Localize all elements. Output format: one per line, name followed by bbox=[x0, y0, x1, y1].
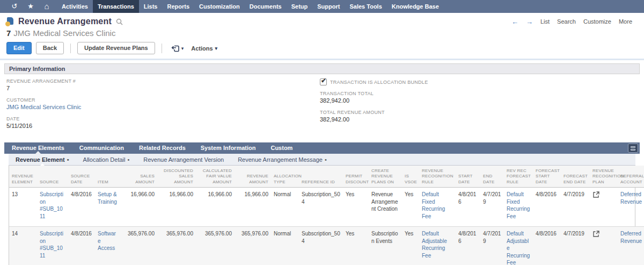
column-header-create-revenue-plans-on: CREATE REVENUE PLANS ON bbox=[369, 166, 402, 188]
external-link-icon[interactable] bbox=[592, 191, 600, 198]
search-link[interactable]: Search bbox=[557, 18, 576, 25]
tab-communication[interactable]: Communication bbox=[72, 142, 131, 154]
actions-dropdown[interactable]: Actions ▾ bbox=[191, 45, 217, 52]
cell-link[interactable]: Setup & Training bbox=[98, 191, 117, 205]
subtab-bullet: • bbox=[67, 156, 69, 163]
cell-link[interactable]: Subscription #SUB_1011 bbox=[40, 231, 63, 259]
nav-item-transactions[interactable]: Transactions bbox=[93, 0, 139, 13]
cell-item: Setup & Training bbox=[95, 188, 121, 227]
subtab-label: Revenue Element bbox=[16, 156, 65, 163]
external-link-icon[interactable] bbox=[592, 230, 600, 238]
cell-create-revenue-plans-on: Revenue Arrangement Creation bbox=[369, 188, 402, 227]
column-header-source-date: SOURCE DATE bbox=[68, 166, 95, 188]
column-header-forecast-end-date: FORECAST END DATE bbox=[561, 166, 590, 188]
primary-information-section: Primary Information REVENUE ARRANGEMENT … bbox=[4, 63, 640, 140]
field-transaction-total: TRANSACTION TOTAL 382,942.00 bbox=[320, 91, 638, 104]
subtab-label: Revenue Arrangement Message bbox=[238, 156, 323, 163]
home-icon[interactable]: ⌂ bbox=[40, 0, 54, 13]
field-label: CUSTOMER bbox=[6, 97, 320, 103]
column-header-allocation-type: ALLOCATION TYPE bbox=[271, 166, 299, 188]
revenue-elements-table: REVENUE ELEMENTSOURCESOURCE DATEITEMSALE… bbox=[9, 166, 644, 265]
nav-item-setup[interactable]: Setup bbox=[287, 0, 313, 13]
back-arrow-icon[interactable]: ← bbox=[511, 18, 518, 26]
nav-item-customization[interactable]: Customization bbox=[194, 0, 245, 13]
back-button[interactable]: Back bbox=[36, 42, 64, 54]
cell-allocation-type: Normal bbox=[271, 227, 299, 265]
nav-item-reports[interactable]: Reports bbox=[162, 0, 194, 13]
nav-item-lists[interactable]: Lists bbox=[139, 0, 163, 13]
subtab-revenue-arrangement-message[interactable]: Revenue Arrangement Message• bbox=[231, 154, 334, 165]
cell-revenue-recognition-rule: Default Fixed Recurring Fee bbox=[419, 188, 456, 227]
cell-link[interactable]: Software Access bbox=[98, 231, 116, 251]
cell-rev-rec-forecast-rule: Default Adjustable Recurring Fee bbox=[504, 227, 533, 265]
cell-link[interactable]: Default Adjustable Recurring Fee bbox=[507, 231, 530, 265]
cell-is-vsoe: Yes bbox=[402, 188, 419, 227]
customer-link[interactable]: JMG Medical Services Clinic bbox=[6, 104, 320, 110]
shortcuts-star-icon[interactable]: ★ bbox=[24, 0, 38, 13]
cell-deferral-account: Deferred Revenue bbox=[618, 227, 644, 265]
tab-custom[interactable]: Custom bbox=[263, 142, 300, 154]
cell-permit-discount: Yes bbox=[343, 227, 369, 265]
field-label: TOTAL REVENUE AMOUNT bbox=[320, 110, 638, 115]
column-header-revenue-recognition-rule: REVENUE RECOGNITION RULE bbox=[419, 166, 456, 188]
cell-link[interactable]: Default Fixed Recurring Fee bbox=[507, 191, 530, 219]
cell-link[interactable]: Subscription #SUB_1011 bbox=[40, 191, 63, 219]
cell-start-date: 4/8/2016 bbox=[456, 227, 480, 265]
update-revenue-plans-button[interactable]: Update Revenue Plans bbox=[77, 42, 155, 54]
nav-item-knowledge-base[interactable]: Knowledge Base bbox=[387, 0, 444, 13]
subtab-revenue-element[interactable]: Revenue Element• bbox=[9, 154, 76, 165]
cell-revenue-amount: 16,966.00 bbox=[235, 188, 271, 227]
column-header-source: SOURCE bbox=[37, 166, 68, 188]
tab-revenue-elements[interactable]: Revenue Elements bbox=[4, 142, 72, 154]
customize-link[interactable]: Customize bbox=[583, 18, 611, 25]
tab-system-information[interactable]: System Information bbox=[193, 142, 264, 154]
subtab-label: Revenue Arrangement Version bbox=[143, 156, 224, 163]
table-row: 13Subscription #SUB_10114/8/2016Setup & … bbox=[9, 188, 644, 227]
more-link[interactable]: More bbox=[619, 18, 632, 25]
record-title: 7JMG Medical Services Clinic bbox=[0, 27, 644, 40]
cell-link[interactable]: Deferred Revenue bbox=[620, 191, 642, 205]
nav-item-support[interactable]: Support bbox=[312, 0, 345, 13]
cell-end-date: 4/7/2019 bbox=[480, 227, 504, 265]
record-name: JMG Medical Services Clinic bbox=[13, 28, 115, 38]
revenue-elements-table-box: REVENUE ELEMENTSOURCESOURCE DATEITEMSALE… bbox=[9, 166, 635, 265]
cell-source: Subscription #SUB_1011 bbox=[37, 188, 68, 227]
nav-menu: ActivitiesTransactionsListsReportsCustom… bbox=[57, 0, 444, 13]
list-link[interactable]: List bbox=[540, 18, 550, 25]
cell-start-date: 4/8/2016 bbox=[456, 188, 480, 227]
cell-link[interactable]: Default Fixed Recurring Fee bbox=[422, 191, 445, 219]
nav-item-sales-tools[interactable]: Sales Tools bbox=[345, 0, 386, 13]
edit-button[interactable]: Edit bbox=[6, 42, 32, 54]
column-header-calculated-fair-value-amount: CALCULATED FAIR VALUE AMOUNT bbox=[196, 166, 235, 188]
nav-item-documents[interactable]: Documents bbox=[245, 0, 287, 13]
cell-discounted-sales-amount: 365,976.00 bbox=[157, 227, 196, 265]
nav-item-activities[interactable]: Activities bbox=[57, 0, 93, 13]
field-date: DATE 5/11/2016 bbox=[6, 116, 320, 129]
toolbar-separator bbox=[70, 44, 71, 53]
allocation-bundle-checkbox[interactable]: ✔ bbox=[320, 78, 327, 85]
column-header-rev-rec-forecast-rule: REV REC FORECAST RULE bbox=[504, 166, 533, 188]
page-header: Revenue Arrangement ← → List Search Cust… bbox=[0, 13, 644, 27]
cell-revenue-recognition-rule: Default Adjustable Recurring Fee bbox=[419, 227, 456, 265]
cell-is-vsoe: Yes bbox=[402, 227, 419, 265]
column-header-start-date: START DATE bbox=[456, 166, 480, 188]
field-label: DATE bbox=[6, 116, 320, 121]
subtab-allocation-detail[interactable]: Allocation Detail• bbox=[76, 154, 137, 165]
tab-related-records[interactable]: Related Records bbox=[131, 142, 193, 154]
subtab-revenue-arrangement-version[interactable]: Revenue Arrangement Version bbox=[136, 154, 231, 165]
cell-link[interactable]: Default Adjustable Recurring Fee bbox=[422, 231, 447, 259]
forward-arrow-icon[interactable]: → bbox=[526, 18, 533, 26]
document-actions-dropdown[interactable]: ▾ bbox=[171, 44, 184, 53]
chevron-down-icon: ▾ bbox=[181, 46, 184, 51]
column-header-revenue-element: REVENUE ELEMENT bbox=[9, 166, 37, 188]
search-icon[interactable] bbox=[116, 18, 123, 25]
subtab-bullet: • bbox=[127, 156, 129, 163]
cell-link[interactable]: Deferred Revenue bbox=[620, 231, 642, 244]
list-view-toggle-icon[interactable] bbox=[628, 144, 638, 153]
column-header-sales-amount: SALES AMOUNT bbox=[121, 166, 157, 188]
column-header-discounted-sales-amount: DISCOUNTED SALES AMOUNT bbox=[157, 166, 196, 188]
column-header-end-date: END DATE bbox=[480, 166, 504, 188]
table-row: 14Subscription #SUB_10114/8/2016Software… bbox=[9, 227, 644, 265]
cell-source-date: 4/8/2016 bbox=[68, 227, 95, 265]
recent-records-icon[interactable]: ↺ bbox=[8, 0, 21, 13]
